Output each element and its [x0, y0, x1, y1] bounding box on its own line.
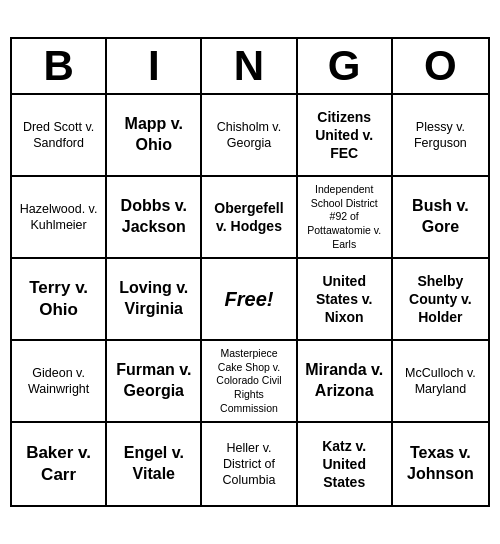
- bingo-cell-11: Loving v. Virginia: [107, 259, 202, 341]
- bingo-letter-n: N: [202, 39, 297, 93]
- bingo-cell-16: Furman v. Georgia: [107, 341, 202, 423]
- bingo-letter-o: O: [393, 39, 488, 93]
- bingo-cell-8: Independent School District #92 of Potta…: [298, 177, 393, 259]
- bingo-cell-19: McCulloch v. Maryland: [393, 341, 488, 423]
- bingo-cell-21: Engel v. Vitale: [107, 423, 202, 505]
- bingo-cell-2: Chisholm v. Georgia: [202, 95, 297, 177]
- bingo-letter-g: G: [298, 39, 393, 93]
- bingo-cell-24: Texas v. Johnson: [393, 423, 488, 505]
- bingo-cell-0: Dred Scott v. Sandford: [12, 95, 107, 177]
- bingo-letter-i: I: [107, 39, 202, 93]
- bingo-cell-20: Baker v. Carr: [12, 423, 107, 505]
- bingo-cell-15: Gideon v. Wainwright: [12, 341, 107, 423]
- bingo-cell-4: Plessy v. Ferguson: [393, 95, 488, 177]
- bingo-cell-9: Bush v. Gore: [393, 177, 488, 259]
- bingo-cell-23: Katz v. United States: [298, 423, 393, 505]
- bingo-cell-3: Citizens United v. FEC: [298, 95, 393, 177]
- bingo-cell-6: Dobbs v. Jackson: [107, 177, 202, 259]
- bingo-cell-1: Mapp v. Ohio: [107, 95, 202, 177]
- bingo-cell-22: Heller v. District of Columbia: [202, 423, 297, 505]
- bingo-cell-18: Miranda v. Arizona: [298, 341, 393, 423]
- bingo-cell-13: United States v. Nixon: [298, 259, 393, 341]
- bingo-cell-10: Terry v. Ohio: [12, 259, 107, 341]
- bingo-grid: Dred Scott v. SandfordMapp v. OhioChisho…: [12, 95, 488, 505]
- bingo-cell-12: Free!: [202, 259, 297, 341]
- bingo-card: BINGO Dred Scott v. SandfordMapp v. Ohio…: [10, 37, 490, 507]
- bingo-letter-b: B: [12, 39, 107, 93]
- bingo-header: BINGO: [12, 39, 488, 95]
- bingo-cell-17: Masterpiece Cake Shop v. Colorado Civil …: [202, 341, 297, 423]
- bingo-cell-14: Shelby County v. Holder: [393, 259, 488, 341]
- bingo-cell-7: Obergefell v. Hodges: [202, 177, 297, 259]
- bingo-cell-5: Hazelwood. v. Kuhlmeier: [12, 177, 107, 259]
